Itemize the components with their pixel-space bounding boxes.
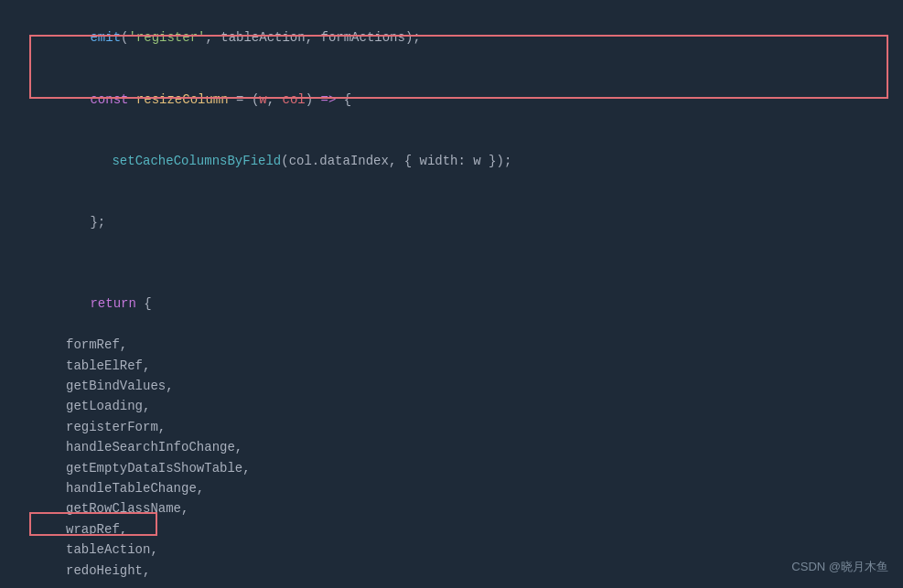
- code-line-empty: [0, 253, 903, 273]
- code-line: getBindValues,: [0, 376, 903, 396]
- code-line: };: [0, 192, 903, 253]
- code-line: tableElRef,: [0, 356, 903, 376]
- code-line: getFormProps: getFormProps as any,: [0, 581, 903, 588]
- code-line: getRowClassName,: [0, 498, 903, 519]
- code-line: const resizeColumn = (w, col) => {: [0, 69, 903, 130]
- code-line: getEmptyDataIsShowTable,: [0, 458, 903, 478]
- code-line: setCacheColumnsByField(col.dataIndex, { …: [0, 130, 903, 191]
- code-line: registerForm,: [0, 417, 903, 437]
- code-line: wrapRef,: [0, 519, 903, 540]
- code-line: emit('register', tableAction, formAction…: [0, 7, 903, 69]
- code-line: redoHeight,: [0, 561, 903, 581]
- code-line: tableAction,: [0, 540, 903, 560]
- code-line: handleTableChange,: [0, 478, 903, 498]
- code-line: return {: [0, 273, 903, 335]
- watermark: CSDN @晓月木鱼: [791, 558, 888, 577]
- code-line: formRef,: [0, 335, 903, 355]
- code-line: handleSearchInfoChange,: [0, 437, 903, 457]
- code-line: getLoading,: [0, 396, 903, 416]
- code-editor: emit('register', tableAction, formAction…: [0, 0, 903, 588]
